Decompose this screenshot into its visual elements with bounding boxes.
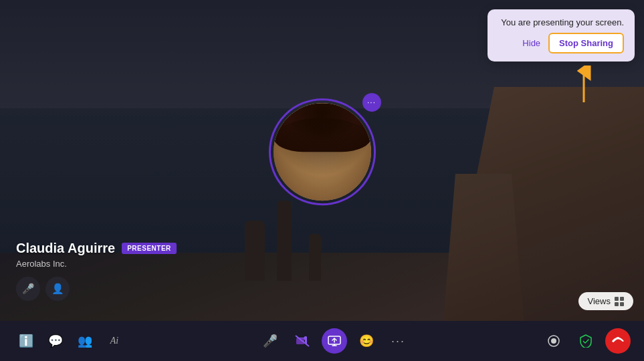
info-button[interactable]: ℹ️ <box>13 328 39 354</box>
views-button[interactable]: Views <box>578 292 633 310</box>
record-button[interactable] <box>541 328 566 354</box>
user-name: Claudia Aguirre <box>16 241 115 256</box>
mic-button[interactable]: 🎤 <box>257 328 283 354</box>
more-icon: ··· <box>391 334 405 348</box>
user-profile-button[interactable]: 👤 <box>45 277 70 301</box>
camera-off-icon <box>295 335 310 347</box>
toolbar: ℹ️ 💬 👥 Ai 🎤 <box>0 321 644 361</box>
stop-sharing-button[interactable]: Stop Sharing <box>548 33 624 53</box>
avatar-ring <box>269 98 376 205</box>
arrow-up-icon <box>573 66 595 106</box>
user-mic-button[interactable]: 🎤 <box>16 277 40 301</box>
ai-button[interactable]: Ai <box>102 328 127 354</box>
toolbar-left: ℹ️ 💬 👥 Ai <box>13 328 127 354</box>
menu-dots-icon: ··· <box>367 98 376 107</box>
leave-call-icon <box>611 336 625 346</box>
toolbar-right <box>541 328 631 354</box>
arrow-indicator <box>573 66 595 109</box>
chat-icon: 💬 <box>48 334 63 348</box>
user-company: Aerolabs Inc. <box>16 259 177 269</box>
ai-icon: Ai <box>110 336 118 346</box>
main-area: ··· Claudia Aguirre PRESENTER Aerolabs I… <box>0 0 644 321</box>
record-icon <box>547 334 560 348</box>
emoji-button[interactable]: 😊 <box>354 328 379 354</box>
mic-icon: 🎤 <box>263 334 278 348</box>
person-icon: 👤 <box>51 283 64 295</box>
notification-actions: Hide Stop Sharing <box>522 33 624 53</box>
shield-button[interactable] <box>573 328 599 354</box>
hide-button[interactable]: Hide <box>522 38 540 48</box>
mic-icon: 🎤 <box>22 283 35 295</box>
avatar-face <box>274 103 371 201</box>
user-controls: 🎤 👤 <box>16 277 177 301</box>
chat-button[interactable]: 💬 <box>43 328 68 354</box>
avatar-image <box>274 103 371 201</box>
people-button[interactable]: 👥 <box>72 328 98 354</box>
screen-share-icon <box>328 336 341 346</box>
toolbar-center: 🎤 😊 ··· <box>127 328 541 354</box>
camera-button[interactable] <box>290 328 315 354</box>
svg-point-6 <box>551 338 556 344</box>
views-grid-icon <box>615 297 624 306</box>
screen-share-button[interactable] <box>322 328 347 354</box>
more-button[interactable]: ··· <box>386 328 411 354</box>
user-info: Claudia Aguirre PRESENTER Aerolabs Inc. … <box>16 241 177 301</box>
shield-icon <box>580 334 592 348</box>
people-icon: 👥 <box>78 334 92 348</box>
leave-button[interactable] <box>605 328 631 354</box>
avatar: ··· <box>269 98 376 205</box>
avatar-menu-button[interactable]: ··· <box>362 93 381 112</box>
notification-text: You are presenting your screen. <box>501 17 624 27</box>
user-name-row: Claudia Aguirre PRESENTER <box>16 241 177 256</box>
presenter-badge: PRESENTER <box>122 243 177 254</box>
notification-popup: You are presenting your screen. Hide Sto… <box>488 9 635 62</box>
emoji-icon: 😊 <box>359 334 374 348</box>
views-label: Views <box>588 296 611 306</box>
info-icon: ℹ️ <box>19 334 33 348</box>
